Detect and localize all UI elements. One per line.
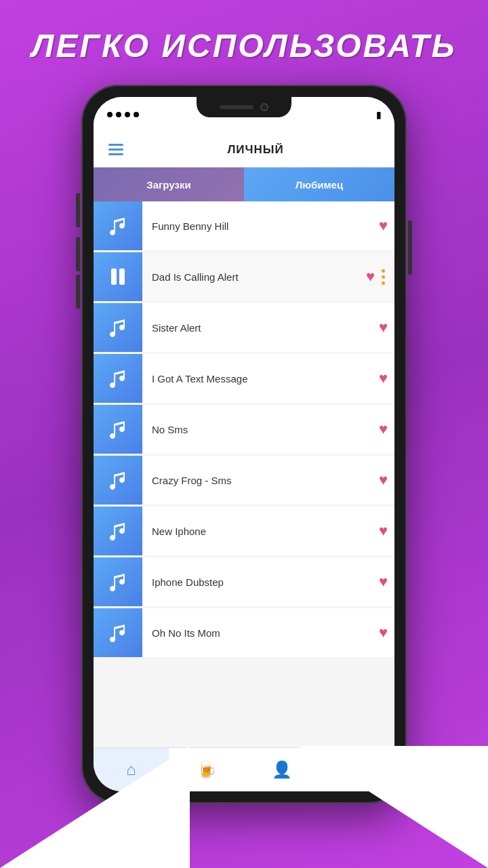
signal-dot-3 [125,112,130,117]
heart-icon[interactable]: ♥ [379,319,394,336]
signal-dot-1 [107,112,113,117]
tab-downloads[interactable]: Загрузки [94,167,244,201]
song-item[interactable]: I Got A Text Message ♥ [94,354,394,403]
user-icon: 👤 [272,760,292,779]
song-item[interactable]: Crazy Frog - Sms ♥ [94,456,394,505]
page-title: ЛЕГКО ИСПОЛЬЗОВАТЬ [0,0,488,78]
song-name: Funny Benny Hill [142,220,379,232]
song-name: Sister Alert [142,322,379,334]
song-item[interactable]: Funny Benny Hill ♥ [94,201,394,250]
song-icon-wrap [94,252,142,301]
heart-icon[interactable]: ♥ [379,420,394,438]
song-item[interactable]: New Iphone ♥ [94,507,394,555]
status-bar: ▮ [94,97,394,132]
song-icon-wrap [94,557,142,606]
music-note-icon [107,215,129,237]
heart-icon[interactable]: ♥ [379,522,394,540]
music-note-icon [107,622,129,644]
camera [260,103,268,111]
more-dot [382,281,385,285]
svg-rect-0 [111,269,117,285]
song-name: I Got A Text Message [142,373,379,384]
song-item[interactable]: Iphone Dubstep ♥ [94,557,394,606]
more-dot [382,269,385,273]
heart-icon[interactable]: ♥ [379,471,394,489]
heart-icon[interactable]: ♥ [366,268,382,285]
signal-dot-2 [116,112,121,117]
battery-icon: ▮ [376,110,381,120]
music-note-icon [107,368,129,389]
hamburger-line-1 [108,144,123,146]
more-options-icon[interactable] [382,269,394,285]
hamburger-line-3 [108,153,123,155]
music-note-icon [107,520,129,542]
song-icon-wrap [94,405,142,454]
notch [197,97,291,117]
heart-icon[interactable]: ♥ [379,370,394,387]
decoration-triangle-left [0,746,190,868]
song-icon-wrap [94,608,142,657]
svg-rect-1 [119,269,125,285]
tab-bar: Загрузки Любимец [94,167,394,201]
signal-dots [107,112,139,117]
phone-body: ▮ ЛИЧНЫЙ Загрузки Любимец [81,85,407,804]
phone-screen: ▮ ЛИЧНЫЙ Загрузки Любимец [94,97,394,791]
hamburger-line-2 [108,149,123,151]
more-dot [382,275,385,279]
song-icon-wrap [94,456,142,505]
beer-icon: 🍺 [197,760,217,779]
song-name: Iphone Dubstep [142,576,379,588]
heart-icon[interactable]: ♥ [379,217,394,235]
song-item[interactable]: No Sms ♥ [94,405,394,454]
pause-icon [107,266,129,288]
song-name: Oh No Its Mom [142,627,379,639]
song-name: Dad Is Calling Alert [142,271,366,283]
song-item[interactable]: Sister Alert ♥ [94,303,394,352]
phone-mockup: ▮ ЛИЧНЫЙ Загрузки Любимец [0,85,488,804]
music-note-icon [107,418,129,440]
signal-dot-4 [134,112,139,117]
music-note-icon [107,469,129,491]
song-name: No Sms [142,424,379,435]
page-background: ЛЕГКО ИСПОЛЬЗОВАТЬ ▮ [0,0,488,804]
tab-favorites[interactable]: Любимец [244,167,394,201]
heart-icon[interactable]: ♥ [379,624,394,642]
song-name: New Iphone [142,526,379,537]
music-note-icon [107,571,129,593]
song-item[interactable]: Dad Is Calling Alert ♥ [94,252,394,301]
decoration-triangle-right [298,746,488,868]
song-icon-wrap [94,303,142,352]
music-note-icon [107,317,129,338]
song-icon-wrap [94,354,142,403]
app-header: ЛИЧНЫЙ [94,132,394,167]
song-icon-wrap [94,507,142,555]
hamburger-button[interactable] [104,140,127,159]
song-list: Funny Benny Hill ♥ Dad Is Calling Alert [94,201,394,747]
heart-icon[interactable]: ♥ [379,573,394,591]
app-title: ЛИЧНЫЙ [127,143,384,157]
speaker [220,105,253,109]
song-icon-wrap [94,201,142,250]
song-name: Crazy Frog - Sms [142,475,379,486]
song-item[interactable]: Oh No Its Mom ♥ [94,608,394,657]
